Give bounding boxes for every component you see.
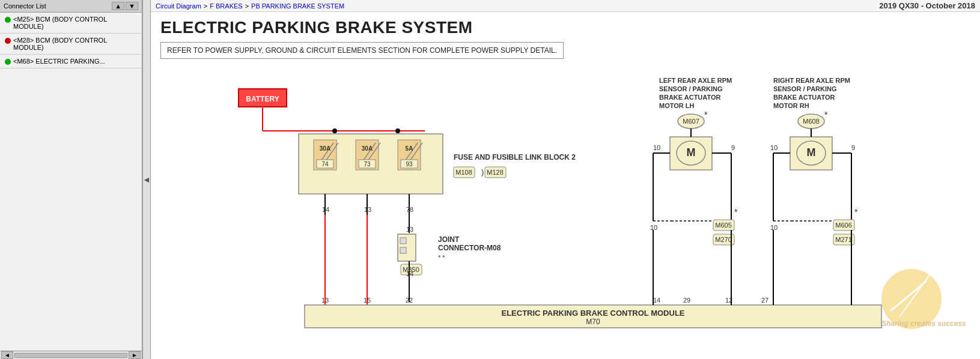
wiring-diagram: BATTERY 30A 74 30A 73	[160, 71, 978, 329]
svg-text:RIGHT REAR AXLE RPM: RIGHT REAR AXLE RPM	[773, 77, 850, 84]
svg-text:10: 10	[650, 224, 657, 231]
status-dot	[5, 17, 11, 23]
svg-text:): )	[481, 167, 484, 176]
svg-text:Sharing creates success: Sharing creates success	[881, 319, 966, 328]
svg-text:M: M	[807, 146, 816, 158]
svg-text:78: 78	[406, 206, 413, 213]
svg-text:30A: 30A	[320, 145, 330, 152]
svg-text:M608: M608	[803, 118, 820, 125]
svg-text:13: 13	[364, 206, 371, 213]
svg-text:M108: M108	[455, 169, 472, 176]
svg-text:*: *	[824, 110, 828, 119]
svg-text:93: 93	[406, 161, 413, 167]
svg-text:M270: M270	[715, 236, 732, 243]
item-label: <M28> BCM (BODY CONTROL MODULE)	[13, 37, 137, 51]
svg-rect-39	[400, 247, 406, 253]
svg-text:ELECTRIC PARKING BRAKE CONTROL: ELECTRIC PARKING BRAKE CONTROL MODULE	[501, 309, 684, 318]
svg-point-3	[395, 128, 400, 133]
svg-text:*: *	[704, 110, 708, 119]
svg-text:27: 27	[761, 297, 768, 304]
svg-text:*: *	[854, 207, 858, 217]
svg-text:M70: M70	[586, 318, 600, 326]
svg-text:9: 9	[731, 144, 735, 151]
svg-text:SENSOR / PARKING: SENSOR / PARKING	[773, 85, 837, 92]
status-dot	[5, 38, 11, 44]
svg-text:M271: M271	[835, 236, 852, 243]
breadcrumb-f-brakes[interactable]: F BRAKES	[210, 2, 242, 10]
main-area: Circuit Diagram > F BRAKES > PB PARKING …	[151, 0, 980, 359]
connector-items-list: <M25> BCM (BODY CONTROL MODULE) <M28> BC…	[0, 13, 142, 351]
battery-label: BATTERY	[246, 95, 279, 103]
svg-text:13: 13	[406, 226, 413, 233]
svg-text:*: *	[734, 207, 738, 217]
svg-text:M605: M605	[715, 222, 732, 229]
vehicle-info: 2019 QX30 - October 2018	[879, 1, 975, 10]
diagram-note: REFER TO POWER SUPPLY, GROUND & CIRCUIT …	[160, 42, 564, 59]
svg-text:MOTOR RH: MOTOR RH	[773, 102, 809, 109]
diagram-title: ELECTRIC PARKING BRAKE SYSTEM	[160, 18, 970, 37]
breadcrumb-pb-parking[interactable]: PB PARKING BRAKE SYSTEM	[251, 2, 344, 10]
status-dot	[5, 59, 11, 65]
collapse-button[interactable]: ◄	[142, 0, 151, 359]
connector-list-header: Connector List ▲ ▼	[0, 0, 142, 13]
collapse-icon: ◄	[142, 175, 151, 184]
svg-text:14: 14	[406, 270, 413, 277]
svg-text:M606: M606	[835, 222, 852, 229]
svg-text:13: 13	[321, 297, 329, 304]
scroll-left-btn[interactable]: ◄	[1, 351, 13, 359]
breadcrumb-arrow1: >	[204, 2, 207, 10]
svg-text:MOTOR LH: MOTOR LH	[659, 102, 695, 109]
item-label: <M68> ELECTRIC PARKING...	[13, 58, 105, 65]
svg-text:14: 14	[653, 297, 660, 304]
scroll-up-btn[interactable]: ▲	[112, 2, 124, 10]
svg-text:15: 15	[364, 297, 371, 304]
svg-text:SENSOR / PARKING: SENSOR / PARKING	[659, 85, 723, 92]
svg-text:JOINT: JOINT	[438, 235, 460, 244]
svg-point-2	[332, 128, 337, 133]
breadcrumb-arrow2: >	[245, 2, 249, 10]
svg-text:BRAKE ACTUATOR: BRAKE ACTUATOR	[659, 94, 721, 101]
svg-text:BRAKE ACTUATOR: BRAKE ACTUATOR	[773, 94, 835, 101]
svg-text:LEFT REAR AXLE RPM: LEFT REAR AXLE RPM	[659, 77, 732, 84]
svg-text:74: 74	[321, 161, 329, 167]
svg-text:14: 14	[322, 206, 329, 213]
top-bar: Circuit Diagram > F BRAKES > PB PARKING …	[151, 0, 980, 12]
svg-rect-38	[400, 238, 406, 244]
svg-text:22: 22	[406, 297, 413, 304]
svg-text:73: 73	[364, 161, 371, 167]
diagram-area[interactable]: ELECTRIC PARKING BRAKE SYSTEM REFER TO P…	[151, 12, 980, 359]
list-item[interactable]: <M28> BCM (BODY CONTROL MODULE)	[0, 34, 142, 55]
svg-text:10: 10	[653, 144, 660, 151]
svg-text:9: 9	[851, 144, 855, 151]
svg-text:30A: 30A	[362, 145, 373, 152]
svg-text:29: 29	[683, 297, 690, 304]
list-item[interactable]: <M68> ELECTRIC PARKING...	[0, 55, 142, 68]
svg-text:10: 10	[770, 224, 778, 231]
svg-text:M: M	[687, 146, 696, 158]
item-label: <M25> BCM (BODY CONTROL MODULE)	[13, 16, 137, 30]
svg-text:* *: * *	[438, 254, 445, 261]
svg-text:M607: M607	[683, 118, 699, 125]
scroll-right-btn[interactable]: ►	[129, 351, 141, 359]
svg-text:M128: M128	[487, 169, 504, 176]
scroll-down-btn[interactable]: ▼	[126, 2, 138, 10]
connector-list-panel: Connector List ▲ ▼ <M25> BCM (BODY CONTR…	[0, 0, 142, 359]
breadcrumb-circuit-diagram[interactable]: Circuit Diagram	[156, 2, 201, 10]
svg-text:FUSE AND FUSIBLE LINK BLOCK 2: FUSE AND FUSIBLE LINK BLOCK 2	[454, 153, 576, 161]
svg-text:CONNECTOR-M08: CONNECTOR-M08	[438, 244, 501, 252]
header-label: Connector List	[4, 2, 46, 10]
svg-text:5A: 5A	[406, 145, 413, 152]
list-item[interactable]: <M25> BCM (BODY CONTROL MODULE)	[0, 13, 142, 34]
svg-text:10: 10	[770, 144, 778, 151]
